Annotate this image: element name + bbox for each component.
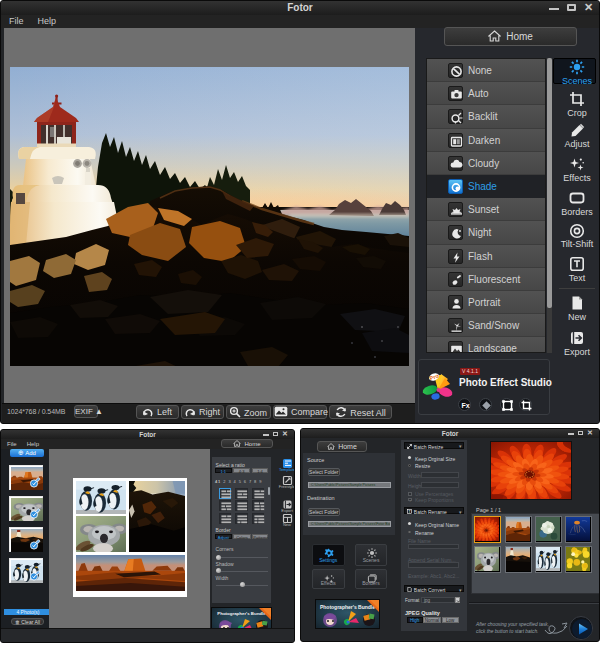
svg-text:T: T (408, 510, 411, 514)
svg-text:Fx: Fx (461, 402, 469, 409)
